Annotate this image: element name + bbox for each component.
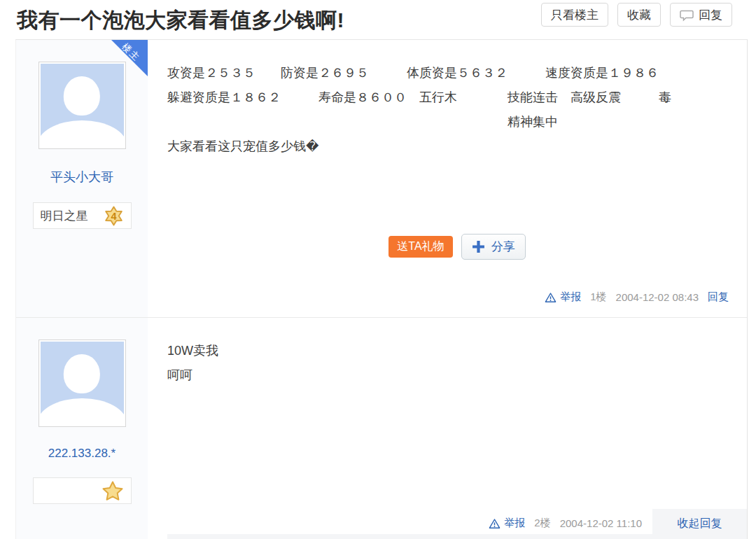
post-2-badge[interactable]	[33, 477, 132, 504]
avatar[interactable]	[38, 340, 126, 427]
post-2-author-column: 222.133.28.*	[16, 318, 148, 539]
post-2-body: 10W卖我 呵呵 举报 2楼	[148, 318, 747, 539]
report-label: 举报	[504, 517, 525, 530]
post-1-content: 攻资是２５３５ 防资是２６９５ 体质资是５６３２ 速度资质是１９８６ 躲避资质是…	[167, 40, 747, 159]
report-warning-icon	[545, 292, 556, 303]
reply-button[interactable]: 回复	[670, 3, 732, 27]
report-link[interactable]: 举报	[545, 290, 581, 304]
level-number: 4	[111, 210, 116, 221]
content-line: 精神集中	[167, 110, 747, 134]
post-time: 2004-12-02 08:43	[616, 291, 699, 303]
reply-bubble-icon	[680, 8, 694, 22]
favorite-label: 收藏	[627, 7, 651, 23]
favorite-button[interactable]: 收藏	[617, 3, 661, 27]
content-line: 10W卖我	[167, 339, 747, 363]
post-1: 楼主 平头小大哥 明日之星 4	[16, 40, 747, 318]
tieba-thread-page: 我有一个泡泡大家看看值多少钱啊! 只看楼主 收藏 回复	[0, 0, 756, 539]
post-2-content: 10W卖我 呵呵	[167, 318, 747, 388]
badge-title: 明日之星	[41, 208, 88, 224]
report-label: 举报	[560, 290, 581, 304]
user-star-icon	[102, 480, 124, 502]
post-1-badge[interactable]: 明日之星 4	[33, 202, 132, 229]
thread-header: 我有一个泡泡大家看看值多少钱啊! 只看楼主 收藏 回复	[0, 0, 756, 39]
comment-area-top	[167, 534, 747, 539]
header-actions: 只看楼主 收藏 回复	[541, 3, 732, 27]
thread-title: 我有一个泡泡大家看看值多少钱啊!	[17, 6, 344, 35]
only-op-label: 只看楼主	[551, 7, 598, 23]
post-2-footer: 举报 2楼 2004-12-02 11:10	[489, 517, 642, 530]
content-line: 呵呵	[167, 363, 747, 388]
thread-body: 楼主 平头小大哥 明日之星 4	[15, 39, 748, 539]
send-gift-button[interactable]: 送TA礼物	[388, 236, 452, 258]
avatar-placeholder-icon	[41, 64, 124, 147]
avatar[interactable]	[38, 62, 126, 149]
reply-link[interactable]: 回复	[708, 290, 729, 304]
floor-label: 2楼	[534, 517, 550, 530]
post-1-body: 攻资是２５３５ 防资是２６９５ 体质资是５６３２ 速度资质是１９８６ 躲避资质是…	[148, 40, 747, 317]
post-1-username[interactable]: 平头小大哥	[50, 169, 113, 186]
share-plus-icon	[472, 240, 485, 253]
content-line: 大家看看这只宠值多少钱�	[167, 134, 747, 159]
share-button[interactable]: 分享	[461, 234, 526, 260]
avatar-placeholder-icon	[41, 342, 124, 425]
op-ribbon-label: 楼主	[119, 41, 143, 64]
reply-label: 回复	[699, 7, 722, 23]
report-warning-icon	[489, 518, 500, 529]
content-line: 躲避资质是１８６２ 寿命是８６００ 五行木 技能连击 高级反震 毒	[167, 85, 747, 110]
post-2: 222.133.28.* 10W卖我 呵呵	[16, 318, 747, 539]
post-1-author-column: 楼主 平头小大哥 明日之星 4	[16, 40, 148, 317]
post-time: 2004-12-02 11:10	[560, 517, 642, 529]
post-1-actions: 送TA礼物 分享	[167, 234, 747, 260]
content-line: 攻资是２５３５ 防资是２６９５ 体质资是５６３２ 速度资质是１９８６	[167, 61, 747, 85]
level-badge-icon: 4	[104, 206, 124, 226]
only-op-button[interactable]: 只看楼主	[541, 3, 608, 27]
share-label: 分享	[491, 239, 515, 255]
post-1-footer: 举报 1楼 2004-12-02 08:43 回复	[545, 290, 729, 304]
report-link[interactable]: 举报	[489, 517, 525, 530]
post-2-username[interactable]: 222.133.28.*	[48, 447, 115, 461]
floor-label: 1楼	[590, 290, 606, 304]
